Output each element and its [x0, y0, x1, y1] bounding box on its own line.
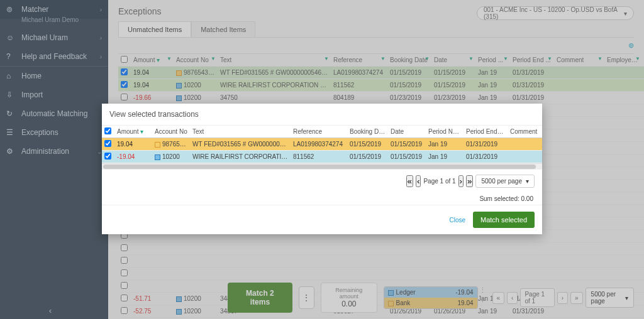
cell-text: WT FED#031565 # GW000000054648752: [190, 138, 291, 151]
mpager-prev[interactable]: ‹: [416, 175, 421, 187]
modal-title: View selected transactions: [102, 104, 542, 126]
mcol-comment[interactable]: Comment: [508, 126, 542, 138]
mpager-next[interactable]: ›: [458, 175, 464, 187]
mcol-reference[interactable]: Reference: [291, 126, 347, 138]
cell-periodend: 01/31/2019: [464, 151, 508, 163]
cell-booking: 01/15/2019: [347, 138, 388, 151]
cell-period: Jan 19: [426, 138, 464, 151]
mpager-last[interactable]: »: [466, 175, 473, 187]
mcol-periodend[interactable]: Period End Date: [464, 126, 508, 138]
cell-periodend: 01/31/2019: [464, 138, 508, 151]
close-link[interactable]: Close: [449, 217, 465, 224]
modal-overlay: View selected transactions Amount ▾ Acco…: [0, 0, 644, 319]
mcol-date[interactable]: Date: [388, 126, 426, 138]
cell-reference: LA019980374274: [291, 138, 347, 151]
mcol-account[interactable]: Account No: [152, 126, 190, 138]
cell-comment: [508, 138, 542, 151]
cell-date: 01/15/2019: [388, 151, 426, 163]
modal-grid: Amount ▾ Account No Text Reference Booki…: [102, 126, 542, 163]
table-row[interactable]: -19.0410200WIRE RAILFIRST CORPORATION 10…: [102, 151, 542, 163]
cell-amount: -19.04: [114, 151, 152, 163]
cell-date: 01/15/2019: [388, 138, 426, 151]
cell-account: 10200: [152, 151, 190, 163]
table-row[interactable]: 19.04987654321WT FED#031565 # GW00000005…: [102, 138, 542, 151]
match-selected-button[interactable]: Match selected: [473, 212, 535, 228]
view-selected-modal: View selected transactions Amount ▾ Acco…: [102, 104, 542, 234]
cell-comment: [508, 151, 542, 163]
ledger-icon: [155, 154, 160, 160]
cell-text: WIRE RAILFIRST CORPORATION 10-27-18: [190, 151, 291, 163]
cell-amount: 19.04: [114, 138, 152, 151]
cell-period: Jan 19: [426, 151, 464, 163]
mcol-text[interactable]: Text: [190, 126, 291, 138]
cell-booking: 01/15/2019: [347, 151, 388, 163]
chevron-down-icon: ▾: [526, 178, 529, 185]
row-checkbox[interactable]: [104, 153, 111, 160]
modal-select-all[interactable]: [104, 127, 111, 134]
mcol-amount[interactable]: Amount ▾: [114, 126, 152, 138]
modal-hscroll[interactable]: [102, 163, 542, 170]
sum-selected: Sum selected: 0.00: [102, 193, 542, 205]
mcol-booking[interactable]: Booking Date: [347, 126, 388, 138]
bank-icon: [155, 142, 160, 148]
mpager-status: Page 1 of 1: [423, 178, 455, 185]
cell-reference: 811562: [291, 151, 347, 163]
mcol-period[interactable]: Period Name: [426, 126, 464, 138]
modal-page-size-select[interactable]: 5000 per page▾: [475, 175, 535, 188]
cell-account: 987654321: [152, 138, 190, 151]
mpager-first[interactable]: «: [406, 175, 413, 187]
row-checkbox[interactable]: [104, 140, 111, 147]
